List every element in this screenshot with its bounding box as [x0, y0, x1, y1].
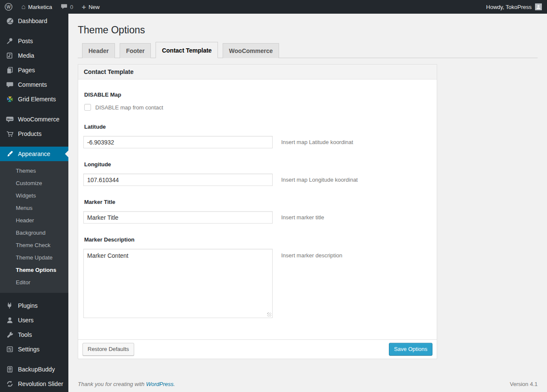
control-row: Marker Content Insert marker description — [83, 249, 431, 318]
marker-title-input[interactable] — [83, 211, 273, 224]
appearance-submenu: Themes Customize Widgets Menus Header Ba… — [0, 161, 68, 293]
save-options-button[interactable]: Save Options — [389, 343, 432, 356]
field-marker-description: Marker Description Marker Content Insert… — [83, 236, 431, 318]
longitude-input[interactable] — [83, 174, 273, 186]
sidebar-item-plugins[interactable]: Plugins — [0, 298, 68, 313]
wp-logo-menu[interactable]: W — [0, 0, 17, 14]
control-row: Insert map Latitude koordinat — [83, 136, 431, 148]
field-label: Latitude — [84, 124, 431, 130]
submenu-item-header[interactable]: Header — [0, 214, 68, 227]
longitude-hint: Insert map Longitude koordinat — [281, 177, 358, 183]
tools-icon — [6, 330, 14, 339]
plugins-icon — [6, 301, 14, 310]
page-title: Theme Options — [68, 14, 547, 36]
submenu-item-customize[interactable]: Customize — [0, 177, 68, 189]
new-label: New — [88, 4, 100, 10]
tab-woocommerce[interactable]: WooCommerce — [223, 43, 279, 58]
submenu-item-theme-update[interactable]: Theme Update — [0, 251, 68, 264]
tab-footer[interactable]: Footer — [120, 43, 151, 58]
pages-icon — [6, 66, 14, 74]
field-disable-map: DISABLE Map DISABLE map from contact — [83, 91, 431, 111]
menu-separator — [0, 293, 68, 298]
plus-icon: + — [82, 3, 86, 11]
sidebar-item-label: Revolution Slider — [18, 380, 63, 387]
resize-grip[interactable] — [267, 312, 271, 317]
marker-description-textarea[interactable]: Marker Content — [83, 249, 273, 318]
sidebar-item-grid-elements[interactable]: Grid Elements — [0, 92, 68, 106]
tab-header[interactable]: Header — [82, 43, 115, 58]
grid-elements-icon — [6, 95, 14, 103]
sidebar-item-settings[interactable]: Settings — [0, 342, 68, 357]
field-label: Longitude — [84, 161, 431, 168]
submenu-item-theme-options[interactable]: Theme Options — [0, 264, 68, 276]
sidebar-item-dashboard[interactable]: Dashboard — [0, 14, 68, 28]
dashboard-icon — [6, 17, 14, 25]
panel-footer: Restore Defaults Save Options — [78, 339, 437, 359]
site-name-menu[interactable]: ⌂ Marketica — [17, 0, 56, 14]
wordpress-link[interactable]: WordPress — [146, 381, 174, 387]
panel-body: DISABLE Map DISABLE map from contact Lat… — [78, 80, 437, 339]
sidebar-item-users[interactable]: Users — [0, 313, 68, 327]
woocommerce-icon: Woo — [6, 115, 14, 124]
control-row: Insert map Longitude koordinat — [83, 174, 431, 186]
restore-defaults-button[interactable]: Restore Defaults — [82, 343, 134, 356]
sidebar-item-products[interactable]: Products — [0, 127, 68, 141]
submenu-item-menus[interactable]: Menus — [0, 202, 68, 214]
tab-bar: Header Footer Contact Template WooCommer… — [78, 42, 538, 58]
sidebar-item-appearance[interactable]: Appearance — [0, 147, 68, 161]
options-panel: Contact Template DISABLE Map DISABLE map… — [78, 64, 437, 359]
footer-thanks: Thank you for creating with WordPress. — [78, 381, 175, 387]
sidebar-item-woocommerce[interactable]: Woo WooCommerce — [0, 112, 68, 127]
comments-icon — [6, 80, 14, 89]
backupbuddy-icon — [6, 365, 14, 374]
svg-text:W: W — [6, 5, 11, 9]
sidebar-item-comments[interactable]: Comments — [0, 77, 68, 92]
latitude-input[interactable] — [83, 136, 273, 148]
submenu-item-background[interactable]: Background — [0, 227, 68, 239]
marker-title-hint: Insert marker title — [281, 214, 324, 221]
page-footer: Thank you for creating with WordPress. V… — [78, 381, 538, 387]
field-longitude: Longitude Insert map Longitude koordinat — [83, 161, 431, 186]
disable-map-checkbox-label[interactable]: DISABLE map from contact — [95, 104, 163, 111]
comments-menu[interactable]: 0 — [56, 0, 77, 14]
textarea-wrap: Marker Content — [83, 249, 273, 318]
sidebar-item-media[interactable]: Media — [0, 48, 68, 63]
submenu-item-widgets[interactable]: Widgets — [0, 189, 68, 202]
sidebar-item-revolution-slider[interactable]: Revolution Slider — [0, 377, 68, 391]
field-label: Marker Title — [84, 199, 431, 205]
menu-separator — [0, 357, 68, 362]
sidebar-item-label: Pages — [18, 67, 35, 74]
sidebar-item-label: Tools — [18, 331, 32, 338]
my-account-menu[interactable]: Howdy, TokoPress — [486, 0, 547, 14]
sidebar-item-label: BackupBuddy — [18, 366, 55, 373]
sidebar-item-label: Users — [18, 317, 34, 324]
media-icon — [6, 51, 14, 60]
site-name: Marketica — [28, 4, 52, 10]
settings-icon — [6, 345, 14, 354]
comment-bubble-icon — [61, 3, 68, 11]
sidebar-item-posts[interactable]: Posts — [0, 34, 68, 48]
field-label: DISABLE Map — [84, 91, 431, 98]
panel-title: Contact Template — [78, 65, 437, 80]
menu-separator — [0, 28, 68, 34]
sidebar-item-label: WooCommerce — [18, 116, 59, 123]
submenu-item-themes[interactable]: Themes — [0, 165, 68, 177]
tab-contact-template[interactable]: Contact Template — [156, 42, 218, 58]
sidebar-item-tools[interactable]: Tools — [0, 327, 68, 342]
sidebar-item-label: Settings — [18, 346, 40, 353]
submenu-item-theme-check[interactable]: Theme Check — [0, 239, 68, 251]
sidebar-item-backupbuddy[interactable]: BackupBuddy — [0, 362, 68, 377]
control-row: Insert marker title — [83, 211, 431, 224]
sidebar-item-pages[interactable]: Pages — [0, 63, 68, 77]
footer-thanks-period: . — [174, 381, 175, 387]
howdy-text: Howdy, TokoPress — [486, 4, 532, 10]
admin-bar: W ⌂ Marketica 0 + New — [0, 0, 547, 14]
footer-thanks-text: Thank you for creating with — [78, 381, 146, 387]
home-icon: ⌂ — [21, 3, 26, 10]
checkbox-row: DISABLE map from contact — [83, 104, 431, 111]
user-avatar-icon — [535, 4, 541, 10]
sidebar-item-label: Media — [18, 52, 34, 59]
submenu-item-editor[interactable]: Editor — [0, 276, 68, 289]
disable-map-checkbox[interactable] — [84, 104, 91, 111]
new-content-menu[interactable]: + New — [77, 0, 104, 14]
